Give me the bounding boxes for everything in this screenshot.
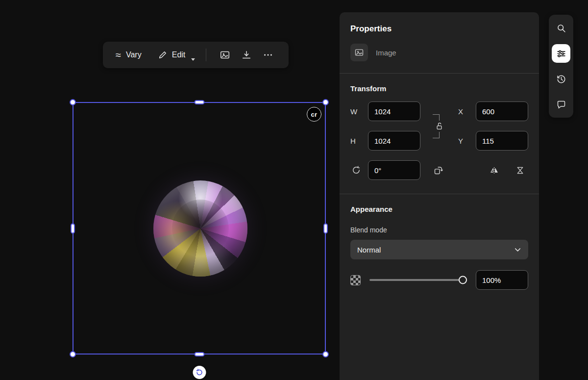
download-icon [241, 50, 252, 60]
selection-handle-top-right[interactable] [322, 99, 329, 105]
comments-button[interactable] [552, 95, 570, 114]
divider [340, 194, 539, 194]
selection-handle-middle-left[interactable] [71, 223, 75, 233]
opacity-checkerboard-icon [350, 275, 361, 285]
edit-dropdown-caret-icon [191, 58, 195, 61]
chevron-down-icon [514, 246, 521, 253]
more-options-button[interactable] [257, 42, 279, 68]
rotate-selection-handle[interactable] [193, 366, 206, 379]
panel-title: Properties [350, 24, 528, 34]
vary-icon: ≈ [116, 50, 121, 60]
properties-panel: Properties Image Transform W X H Y [340, 12, 539, 380]
vary-button[interactable]: ≈ Vary [113, 42, 145, 68]
right-toolbar [549, 15, 573, 118]
rotate-row [350, 160, 528, 180]
appearance-section-title: Appearance [350, 205, 528, 213]
flip-horizontal-button[interactable] [489, 165, 499, 176]
divider [340, 73, 539, 74]
layer-row[interactable]: Image [350, 44, 528, 61]
blend-mode-value: Normal [357, 246, 381, 254]
x-label: X [458, 107, 470, 116]
search-icon [556, 23, 566, 33]
flip-vertical-button[interactable] [515, 165, 525, 176]
layer-type-label: Image [376, 49, 396, 57]
vary-label: Vary [126, 51, 142, 59]
image-layer-icon [350, 44, 368, 61]
unlock-icon [435, 122, 444, 131]
reset-rotation-button[interactable] [350, 165, 362, 175]
edit-button[interactable]: Edit [155, 42, 198, 68]
blend-mode-dropdown[interactable]: Normal [350, 240, 528, 259]
properties-tool-button[interactable] [552, 44, 570, 63]
pencil-icon [158, 51, 167, 59]
selection-box[interactable]: cr [73, 102, 326, 355]
height-label: H [350, 137, 362, 145]
edit-label: Edit [172, 51, 186, 59]
search-button[interactable] [552, 19, 570, 37]
selection-handle-bottom-middle[interactable] [194, 352, 204, 356]
height-input[interactable] [368, 131, 420, 151]
flip-horizontal-icon [489, 165, 499, 176]
rotate-ccw-icon [351, 165, 361, 175]
link-bracket-bottom [433, 132, 440, 138]
download-button[interactable] [236, 42, 257, 68]
opacity-row [350, 270, 528, 290]
selection-handle-middle-right[interactable] [323, 223, 328, 233]
image-icon [220, 50, 230, 60]
opacity-input[interactable] [476, 270, 528, 290]
selection-handle-top-middle[interactable] [194, 100, 204, 104]
y-label: Y [458, 137, 470, 145]
selection-handle-bottom-left[interactable] [70, 351, 76, 357]
opacity-slider[interactable] [369, 270, 467, 290]
link-bracket-top [433, 114, 440, 121]
constrain-proportions-assembly [420, 101, 458, 151]
comment-icon [556, 100, 566, 110]
blend-mode-label: Blend mode [350, 226, 528, 234]
y-input[interactable] [476, 131, 528, 151]
selection-handle-bottom-right[interactable] [322, 351, 329, 357]
canvas-toolbar: ≈ Vary Edit [103, 42, 289, 68]
opacity-slider-track[interactable] [369, 279, 467, 281]
rotate-icon [195, 368, 203, 377]
transform-grid: W X H Y [350, 101, 528, 151]
flip-vertical-icon [515, 165, 525, 176]
width-input[interactable] [368, 101, 420, 121]
x-input[interactable] [476, 101, 528, 121]
rotate-90-button[interactable] [433, 165, 443, 176]
lock-aspect-ratio-button[interactable] [435, 122, 444, 131]
rotate-90-icon [433, 165, 443, 176]
toolbar-divider [206, 49, 206, 61]
history-icon [556, 74, 566, 84]
sliders-icon [556, 49, 566, 59]
width-label: W [350, 107, 362, 116]
opacity-slider-knob[interactable] [459, 276, 467, 284]
history-button[interactable] [552, 70, 570, 88]
rotation-input[interactable] [368, 160, 420, 180]
image-button[interactable] [214, 42, 236, 68]
transform-section-title: Transform [350, 84, 528, 93]
selection-handle-top-left[interactable] [70, 99, 76, 105]
more-options-icon [263, 50, 273, 60]
content-credentials-badge[interactable]: cr [307, 107, 321, 122]
